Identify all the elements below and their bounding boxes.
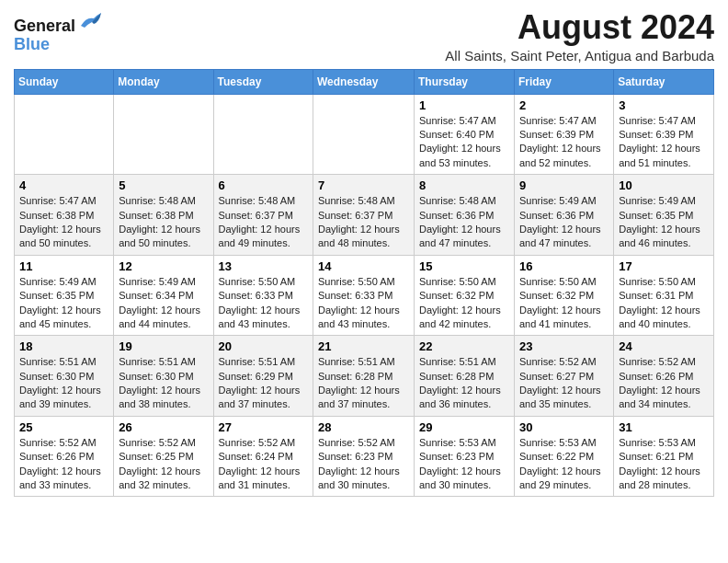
day-cell-27: 27Sunrise: 5:52 AM Sunset: 6:24 PM Dayli… — [213, 416, 313, 497]
day-number: 23 — [519, 339, 609, 353]
day-cell-6: 6Sunrise: 5:48 AM Sunset: 6:37 PM Daylig… — [213, 175, 313, 256]
day-number: 29 — [419, 420, 509, 434]
day-number: 4 — [19, 178, 108, 192]
day-number: 10 — [619, 178, 709, 192]
day-info: Sunrise: 5:49 AM Sunset: 6:35 PM Dayligh… — [619, 194, 709, 251]
day-number: 31 — [619, 420, 709, 434]
day-cell-2: 2Sunrise: 5:47 AM Sunset: 6:39 PM Daylig… — [514, 94, 613, 175]
day-info: Sunrise: 5:50 AM Sunset: 6:33 PM Dayligh… — [219, 275, 308, 332]
day-number: 26 — [119, 420, 208, 434]
day-info: Sunrise: 5:52 AM Sunset: 6:27 PM Dayligh… — [519, 355, 609, 412]
logo-line1: General — [14, 9, 103, 36]
day-info: Sunrise: 5:51 AM Sunset: 6:29 PM Dayligh… — [219, 355, 308, 412]
day-cell-13: 13Sunrise: 5:50 AM Sunset: 6:33 PM Dayli… — [213, 255, 313, 336]
day-cell-9: 9Sunrise: 5:49 AM Sunset: 6:36 PM Daylig… — [514, 175, 613, 256]
day-info: Sunrise: 5:49 AM Sunset: 6:35 PM Dayligh… — [19, 275, 108, 332]
weekday-header-tuesday: Tuesday — [213, 69, 313, 94]
day-number: 11 — [19, 259, 108, 273]
logo-line2: Blue — [14, 36, 103, 54]
day-number: 30 — [519, 420, 609, 434]
day-number: 13 — [219, 259, 308, 273]
weekday-header-monday: Monday — [114, 69, 213, 94]
day-number: 15 — [419, 259, 509, 273]
day-info: Sunrise: 5:50 AM Sunset: 6:31 PM Dayligh… — [619, 275, 709, 332]
day-number: 6 — [219, 178, 308, 192]
empty-cell — [313, 94, 415, 175]
day-number: 21 — [318, 339, 409, 353]
day-info: Sunrise: 5:49 AM Sunset: 6:36 PM Dayligh… — [519, 194, 609, 251]
day-number: 20 — [219, 339, 308, 353]
day-cell-5: 5Sunrise: 5:48 AM Sunset: 6:38 PM Daylig… — [114, 175, 213, 256]
day-cell-26: 26Sunrise: 5:52 AM Sunset: 6:25 PM Dayli… — [114, 416, 213, 497]
day-cell-3: 3Sunrise: 5:47 AM Sunset: 6:39 PM Daylig… — [614, 94, 714, 175]
day-number: 22 — [419, 339, 509, 353]
weekday-header-sunday: Sunday — [15, 69, 114, 94]
day-cell-7: 7Sunrise: 5:48 AM Sunset: 6:37 PM Daylig… — [313, 175, 415, 256]
logo-bird-icon — [77, 9, 103, 31]
day-cell-8: 8Sunrise: 5:48 AM Sunset: 6:36 PM Daylig… — [414, 175, 514, 256]
day-cell-15: 15Sunrise: 5:50 AM Sunset: 6:32 PM Dayli… — [414, 255, 514, 336]
calendar-table: SundayMondayTuesdayWednesdayThursdayFrid… — [14, 69, 714, 498]
day-info: Sunrise: 5:47 AM Sunset: 6:40 PM Dayligh… — [419, 114, 509, 171]
day-info: Sunrise: 5:47 AM Sunset: 6:39 PM Dayligh… — [519, 114, 609, 171]
day-cell-29: 29Sunrise: 5:53 AM Sunset: 6:23 PM Dayli… — [414, 416, 514, 497]
day-number: 18 — [19, 339, 108, 353]
week-row-3: 11Sunrise: 5:49 AM Sunset: 6:35 PM Dayli… — [15, 255, 714, 336]
page-header: General Blue August 2024 All Saints, Sai… — [14, 9, 714, 63]
day-cell-16: 16Sunrise: 5:50 AM Sunset: 6:32 PM Dayli… — [514, 255, 613, 336]
day-number: 25 — [19, 420, 108, 434]
week-row-5: 25Sunrise: 5:52 AM Sunset: 6:26 PM Dayli… — [15, 416, 714, 497]
day-number: 28 — [318, 420, 409, 434]
day-cell-1: 1Sunrise: 5:47 AM Sunset: 6:40 PM Daylig… — [414, 94, 514, 175]
logo: General Blue — [14, 9, 103, 54]
day-number: 5 — [119, 178, 208, 192]
day-number: 17 — [619, 259, 709, 273]
week-row-1: 1Sunrise: 5:47 AM Sunset: 6:40 PM Daylig… — [15, 94, 714, 175]
day-number: 1 — [419, 98, 509, 112]
day-info: Sunrise: 5:53 AM Sunset: 6:21 PM Dayligh… — [619, 436, 709, 493]
day-info: Sunrise: 5:50 AM Sunset: 6:32 PM Dayligh… — [419, 275, 509, 332]
day-cell-18: 18Sunrise: 5:51 AM Sunset: 6:30 PM Dayli… — [15, 336, 114, 417]
day-number: 27 — [219, 420, 308, 434]
empty-cell — [213, 94, 313, 175]
week-row-2: 4Sunrise: 5:47 AM Sunset: 6:38 PM Daylig… — [15, 175, 714, 256]
day-info: Sunrise: 5:53 AM Sunset: 6:22 PM Dayligh… — [519, 436, 609, 493]
day-cell-10: 10Sunrise: 5:49 AM Sunset: 6:35 PM Dayli… — [614, 175, 714, 256]
day-cell-14: 14Sunrise: 5:50 AM Sunset: 6:33 PM Dayli… — [313, 255, 415, 336]
day-info: Sunrise: 5:52 AM Sunset: 6:26 PM Dayligh… — [619, 355, 709, 412]
day-info: Sunrise: 5:50 AM Sunset: 6:33 PM Dayligh… — [318, 275, 409, 332]
day-info: Sunrise: 5:47 AM Sunset: 6:39 PM Dayligh… — [619, 114, 709, 171]
day-info: Sunrise: 5:52 AM Sunset: 6:24 PM Dayligh… — [219, 436, 308, 493]
day-number: 3 — [619, 98, 709, 112]
day-info: Sunrise: 5:53 AM Sunset: 6:23 PM Dayligh… — [419, 436, 509, 493]
day-info: Sunrise: 5:48 AM Sunset: 6:37 PM Dayligh… — [318, 194, 409, 251]
day-number: 12 — [119, 259, 208, 273]
day-info: Sunrise: 5:49 AM Sunset: 6:34 PM Dayligh… — [119, 275, 208, 332]
day-cell-20: 20Sunrise: 5:51 AM Sunset: 6:29 PM Dayli… — [213, 336, 313, 417]
title-area: August 2024 All Saints, Saint Peter, Ant… — [445, 9, 714, 63]
day-info: Sunrise: 5:52 AM Sunset: 6:26 PM Dayligh… — [19, 436, 108, 493]
day-info: Sunrise: 5:51 AM Sunset: 6:30 PM Dayligh… — [19, 355, 108, 412]
empty-cell — [114, 94, 213, 175]
day-cell-25: 25Sunrise: 5:52 AM Sunset: 6:26 PM Dayli… — [15, 416, 114, 497]
day-info: Sunrise: 5:47 AM Sunset: 6:38 PM Dayligh… — [19, 194, 108, 251]
day-cell-24: 24Sunrise: 5:52 AM Sunset: 6:26 PM Dayli… — [614, 336, 714, 417]
week-row-4: 18Sunrise: 5:51 AM Sunset: 6:30 PM Dayli… — [15, 336, 714, 417]
day-cell-28: 28Sunrise: 5:52 AM Sunset: 6:23 PM Dayli… — [313, 416, 415, 497]
day-cell-11: 11Sunrise: 5:49 AM Sunset: 6:35 PM Dayli… — [15, 255, 114, 336]
weekday-header-saturday: Saturday — [614, 69, 714, 94]
subtitle: All Saints, Saint Peter, Antigua and Bar… — [445, 48, 714, 63]
day-number: 8 — [419, 178, 509, 192]
day-number: 9 — [519, 178, 609, 192]
day-cell-23: 23Sunrise: 5:52 AM Sunset: 6:27 PM Dayli… — [514, 336, 613, 417]
weekday-header-thursday: Thursday — [414, 69, 514, 94]
main-title: August 2024 — [445, 9, 714, 46]
day-info: Sunrise: 5:51 AM Sunset: 6:30 PM Dayligh… — [119, 355, 208, 412]
empty-cell — [15, 94, 114, 175]
day-number: 24 — [619, 339, 709, 353]
day-info: Sunrise: 5:48 AM Sunset: 6:36 PM Dayligh… — [419, 194, 509, 251]
weekday-header-wednesday: Wednesday — [313, 69, 415, 94]
day-info: Sunrise: 5:51 AM Sunset: 6:28 PM Dayligh… — [419, 355, 509, 412]
day-cell-31: 31Sunrise: 5:53 AM Sunset: 6:21 PM Dayli… — [614, 416, 714, 497]
day-info: Sunrise: 5:50 AM Sunset: 6:32 PM Dayligh… — [519, 275, 609, 332]
